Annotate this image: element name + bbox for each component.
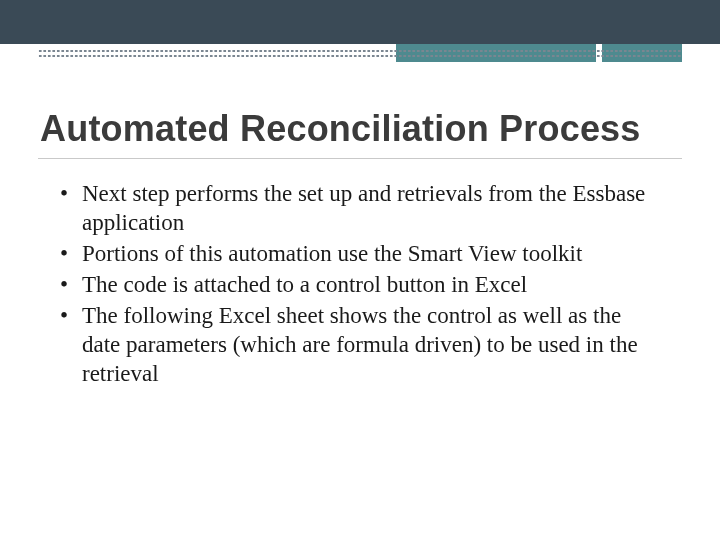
- accent-bar-2: [602, 44, 682, 62]
- list-item: Portions of this automation use the Smar…: [56, 240, 664, 269]
- dotted-divider-1: [38, 50, 682, 52]
- slide-body: Next step performs the set up and retrie…: [56, 180, 664, 391]
- list-item: Next step performs the set up and retrie…: [56, 180, 664, 238]
- dotted-divider-2: [38, 55, 682, 57]
- list-item: The code is attached to a control button…: [56, 271, 664, 300]
- accent-bar-1: [396, 44, 596, 62]
- title-underline: [38, 158, 682, 159]
- bullet-list: Next step performs the set up and retrie…: [56, 180, 664, 389]
- slide-title: Automated Reconciliation Process: [40, 108, 680, 150]
- slide: Automated Reconciliation Process Next st…: [0, 0, 720, 540]
- list-item: The following Excel sheet shows the cont…: [56, 302, 664, 389]
- top-band: [0, 0, 720, 44]
